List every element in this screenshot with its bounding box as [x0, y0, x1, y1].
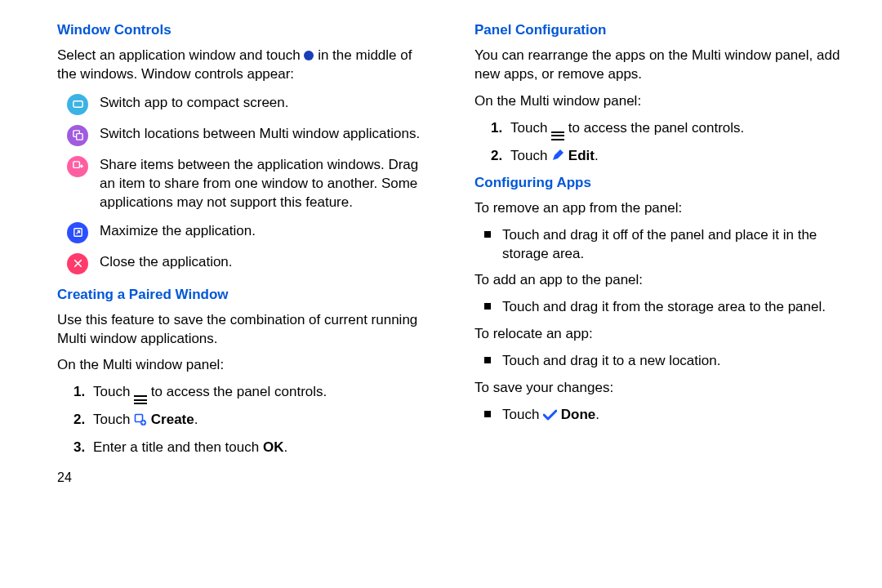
list-item: Touch and drag it to a new location.	[502, 352, 846, 371]
icon-desc: Share items between the application wind…	[100, 154, 429, 212]
panel-handle-icon	[551, 131, 564, 140]
icon-desc: Maximize the application.	[100, 220, 429, 241]
heading-paired-window: Creating a Paired Window	[57, 286, 429, 305]
window-controls-intro: Select an application window and touch i…	[57, 47, 429, 84]
paired-window-lead: On the Multi window panel:	[57, 356, 429, 375]
list-item: Touch and drag it off of the panel and p…	[502, 226, 846, 264]
relocate-app-lead: To relocate an app:	[474, 325, 846, 344]
add-app-lead: To add an app to the panel:	[474, 271, 846, 290]
icon-row-compact: Switch app to compact screen.	[57, 92, 429, 115]
step-number: 2.	[74, 411, 93, 432]
panel-config-steps: 1. Touch to access the panel controls. 2…	[474, 119, 846, 167]
add-app-list: Touch and drag it from the storage area …	[474, 298, 846, 317]
panel-config-desc: You can rearrange the apps on the Multi …	[474, 47, 846, 84]
text: Touch	[502, 407, 543, 422]
icon-desc: Close the application.	[100, 252, 429, 272]
text: Touch	[510, 148, 551, 163]
text: to access the panel controls.	[564, 120, 744, 136]
svg-rect-2	[76, 134, 82, 140]
icon-row-close: Close the application.	[57, 252, 429, 274]
step-number: 1.	[74, 383, 93, 404]
maximize-icon	[67, 222, 88, 243]
step-2: 2. Touch Create.	[74, 411, 429, 432]
heading-panel-config: Panel Configuration	[474, 21, 846, 40]
text: Touch	[93, 384, 134, 399]
share-items-icon	[67, 156, 88, 177]
text: .	[595, 148, 599, 163]
heading-configuring-apps: Configuring Apps	[474, 174, 846, 193]
step-text: Touch to access the panel controls.	[510, 119, 744, 140]
save-changes-lead: To save your changes:	[474, 379, 846, 398]
create-label: Create	[147, 412, 194, 427]
edit-label: Edit	[564, 148, 595, 163]
svg-rect-3	[73, 162, 79, 168]
right-column: Panel Configuration You can rearrange th…	[474, 16, 846, 487]
text: .	[595, 407, 599, 422]
heading-window-controls: Window Controls	[57, 21, 429, 40]
left-column: Window Controls Select an application wi…	[57, 16, 429, 487]
text: .	[194, 412, 198, 427]
remove-app-list: Touch and drag it off of the panel and p…	[474, 226, 846, 264]
text: Select an application window and touch	[57, 47, 304, 63]
save-changes-list: Touch Done.	[474, 406, 846, 426]
text: Touch	[93, 412, 134, 427]
remove-app-lead: To remove an app from the panel:	[474, 199, 846, 218]
close-icon	[67, 253, 88, 274]
text: Enter a title and then touch	[93, 439, 263, 455]
handle-dot-icon	[304, 51, 314, 60]
step-number: 1.	[491, 119, 510, 140]
text: Touch	[510, 120, 551, 136]
window-controls-icon-list: Switch app to compact screen. Switch loc…	[57, 92, 429, 274]
paired-window-steps: 1. Touch to access the panel controls. 2…	[57, 383, 429, 457]
text: to access the panel controls.	[147, 384, 327, 399]
step-1: 1. Touch to access the panel controls.	[74, 383, 429, 404]
panel-handle-icon	[134, 395, 147, 404]
icon-row-share: Share items between the application wind…	[57, 154, 429, 212]
step-1: 1. Touch to access the panel controls.	[491, 119, 846, 140]
switch-windows-icon	[67, 125, 88, 146]
icon-row-switch: Switch locations between Multi window ap…	[57, 123, 429, 146]
done-label: Done	[557, 407, 595, 422]
step-2: 2. Touch Edit.	[491, 147, 846, 167]
manual-page: Window Controls Select an application wi…	[0, 0, 882, 495]
step-number: 3.	[74, 439, 93, 457]
done-check-icon	[543, 408, 557, 426]
page-number: 24	[57, 469, 429, 487]
ok-label: OK	[263, 439, 284, 455]
step-3: 3. Enter a title and then touch OK.	[74, 439, 429, 457]
icon-row-maximize: Maximize the application.	[57, 220, 429, 243]
compact-screen-icon	[67, 94, 88, 115]
list-item: Touch Done.	[502, 406, 846, 426]
list-item: Touch and drag it from the storage area …	[502, 298, 846, 317]
icon-desc: Switch locations between Multi window ap…	[100, 123, 429, 144]
panel-config-lead: On the Multi window panel:	[474, 92, 846, 111]
step-number: 2.	[491, 147, 510, 167]
text: .	[283, 439, 287, 455]
icon-desc: Switch app to compact screen.	[100, 92, 429, 113]
relocate-app-list: Touch and drag it to a new location.	[474, 352, 846, 371]
paired-window-desc: Use this feature to save the combination…	[57, 311, 429, 349]
svg-rect-0	[73, 101, 82, 108]
step-text: Touch to access the panel controls.	[93, 383, 327, 404]
step-text: Touch Create.	[93, 411, 198, 432]
step-text: Touch Edit.	[510, 147, 599, 167]
step-text: Enter a title and then touch OK.	[93, 439, 287, 457]
create-icon	[134, 413, 147, 432]
edit-pencil-icon	[551, 149, 564, 167]
